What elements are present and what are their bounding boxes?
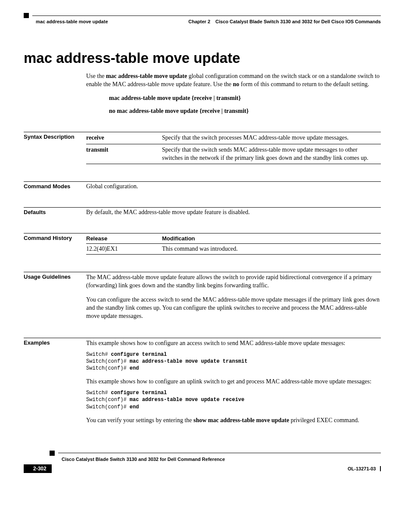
syntax-table: receive Specify that the switch processe… <box>86 132 381 165</box>
header-rule <box>24 13 381 18</box>
section-label: Examples <box>24 338 86 425</box>
section-label: Command History <box>24 233 86 255</box>
section-label: Usage Guidelines <box>24 272 86 320</box>
verify-note: You can verify your settings by entering… <box>86 417 381 425</box>
cli-block: Switch# configure terminal Switch(conf)#… <box>86 389 381 411</box>
footer-rule <box>24 451 381 456</box>
syntax-keyword: transmit <box>86 144 162 164</box>
modes-text: Global configuration. <box>86 181 381 190</box>
section-usage-guidelines: Usage Guidelines The MAC address-table m… <box>24 272 381 320</box>
section-defaults: Defaults By default, the MAC address-tab… <box>24 207 381 216</box>
syntax-form-1: mac address-table move update {receive |… <box>109 95 381 102</box>
col-release: Release <box>86 233 162 244</box>
table-row: 12.2(40)EX1 This command was introduced. <box>86 244 381 255</box>
syntax-desc: Specify that the switch sends MAC addres… <box>162 144 381 164</box>
chapter-number: Chapter 2 <box>188 19 210 24</box>
table-row: transmit Specify that the switch sends M… <box>86 144 381 164</box>
section-label: Defaults <box>24 207 86 216</box>
release-cell: 12.2(40)EX1 <box>86 244 162 255</box>
section-command-modes: Command Modes Global configuration. <box>24 181 381 190</box>
guideline-para: You can configure the access switch to s… <box>86 296 381 320</box>
footer-bar-icon <box>380 466 381 471</box>
section-command-history: Command History Release Modification 12.… <box>24 233 381 255</box>
footer-square-icon <box>50 451 55 456</box>
running-header: mac address-table move update Chapter 2 … <box>24 19 381 24</box>
defaults-text: By default, the MAC address-table move u… <box>86 207 381 216</box>
example-intro: This example shows how to configure an u… <box>86 378 381 386</box>
example-intro: This example shows how to configure an a… <box>86 339 381 348</box>
syntax-form-2: no mac address-table move update {receiv… <box>109 108 381 115</box>
section-examples: Examples This example shows how to confi… <box>24 338 381 425</box>
intro-paragraph: Use the mac address-table move update gl… <box>86 72 381 89</box>
footer-book-title: Cisco Catalyst Blade Switch 3130 and 303… <box>62 457 381 462</box>
section-label: Syntax Description <box>24 132 86 165</box>
section-syntax-description: Syntax Description receive Specify that … <box>24 132 381 165</box>
chapter-title: Cisco Catalyst Blade Switch 3130 and 303… <box>215 19 381 24</box>
breadcrumb: mac address-table move update <box>36 19 108 24</box>
header-square-icon <box>24 13 29 18</box>
guideline-para: The MAC address-table move update featur… <box>86 274 381 290</box>
document-id: OL-13271-03 <box>348 466 376 471</box>
col-modification: Modification <box>162 233 381 244</box>
page-title: mac address-table move update <box>24 50 381 66</box>
page-number-badge: 2-302 <box>24 464 52 473</box>
syntax-desc: Specify that the switch processes MAC ad… <box>162 132 381 144</box>
table-header-row: Release Modification <box>86 233 381 244</box>
modification-cell: This command was introduced. <box>162 244 381 255</box>
history-table: Release Modification 12.2(40)EX1 This co… <box>86 233 381 255</box>
section-label: Command Modes <box>24 181 86 190</box>
cli-block: Switch# configure terminal Switch(conf)#… <box>86 351 381 372</box>
table-row: receive Specify that the switch processe… <box>86 132 381 144</box>
syntax-keyword: receive <box>86 132 162 144</box>
